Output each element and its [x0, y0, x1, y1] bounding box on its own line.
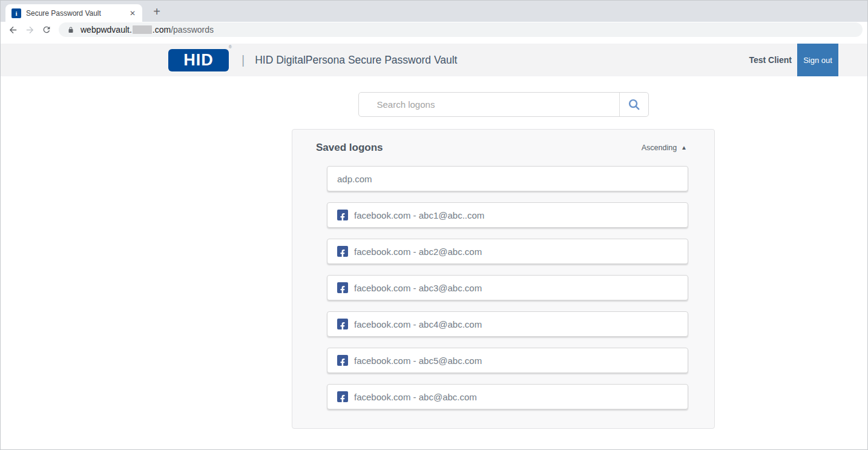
logon-label: facebook.com - abc4@abc.com	[354, 319, 482, 329]
page-title: HID DigitalPersona Secure Password Vault	[255, 54, 457, 67]
url-host-prefix: webpwdvault.	[81, 25, 132, 35]
header-separator: |	[242, 53, 245, 67]
logon-label: facebook.com - abc1@abc..com	[354, 210, 484, 220]
url-text: webpwdvault..com/passwords	[81, 25, 214, 35]
user-name: Test Client	[749, 55, 792, 65]
search-icon	[627, 98, 641, 111]
facebook-icon	[337, 246, 348, 257]
tab-title: Secure Password Vault	[26, 9, 124, 18]
back-button[interactable]	[4, 22, 21, 37]
url-path: /passwords	[171, 25, 214, 35]
sign-out-button[interactable]: Sign out	[797, 44, 838, 76]
logon-list-item[interactable]: facebook.com - abc@abc.com	[327, 384, 688, 409]
search-input[interactable]	[359, 93, 619, 116]
panel-title: Saved logons	[316, 142, 383, 154]
facebook-icon	[337, 391, 348, 402]
saved-logons-panel: Saved logons Ascending ▲ adp.com faceboo…	[292, 129, 715, 429]
logon-list-item[interactable]: facebook.com - abc4@abc.com	[327, 311, 688, 337]
tab-close-icon[interactable]: ✕	[128, 8, 137, 18]
logon-label: facebook.com - abc@abc.com	[354, 392, 477, 402]
url-host-suffix: .com	[153, 25, 171, 35]
forward-button[interactable]	[21, 22, 38, 37]
logon-list-item[interactable]: adp.com	[327, 166, 688, 191]
site-header: HID ® | HID DigitalPersona Secure Passwo…	[1, 44, 867, 76]
saved-logons-list: adp.com facebook.com - abc1@abc..com fac…	[292, 166, 714, 409]
browser-toolbar: webpwdvault..com/passwords	[1, 22, 867, 38]
logon-list-item[interactable]: facebook.com - abc1@abc..com	[327, 202, 688, 228]
tab-strip: i Secure Password Vault ✕ +	[1, 1, 867, 22]
vault-favicon-icon: i	[12, 8, 21, 18]
sort-control[interactable]: Ascending ▲	[642, 144, 687, 152]
facebook-icon	[337, 282, 348, 293]
new-tab-button[interactable]: +	[148, 3, 165, 20]
search-button[interactable]	[619, 93, 648, 116]
search-bar	[358, 92, 649, 117]
facebook-icon	[337, 210, 348, 220]
hid-logo-text: HID	[183, 51, 214, 70]
logon-label: adp.com	[337, 174, 372, 184]
address-bar[interactable]: webpwdvault..com/passwords	[59, 22, 863, 37]
logon-list-item[interactable]: facebook.com - abc2@abc.com	[327, 239, 688, 264]
sort-ascending-icon: ▲	[681, 145, 687, 151]
hid-logo: HID ®	[168, 49, 229, 71]
registered-mark: ®	[229, 45, 232, 49]
facebook-icon	[337, 355, 348, 366]
logon-label: facebook.com - abc2@abc.com	[354, 247, 482, 257]
header-right: Test Client Sign out	[749, 44, 867, 76]
panel-header: Saved logons Ascending ▲	[292, 130, 714, 166]
logon-label: facebook.com - abc5@abc.com	[354, 356, 482, 366]
sort-label: Ascending	[642, 144, 677, 152]
logon-label: facebook.com - abc3@abc.com	[354, 283, 482, 293]
lock-icon[interactable]	[67, 25, 74, 35]
main-content: Saved logons Ascending ▲ adp.com faceboo…	[292, 92, 715, 429]
redacted-host-segment	[133, 25, 152, 34]
logon-list-item[interactable]: facebook.com - abc5@abc.com	[327, 348, 688, 373]
back-icon	[8, 25, 18, 35]
browser-tab[interactable]: i Secure Password Vault ✕	[5, 4, 142, 22]
browser-window: i Secure Password Vault ✕ +	[0, 0, 868, 450]
reload-icon	[42, 25, 51, 35]
logon-list-item[interactable]: facebook.com - abc3@abc.com	[327, 275, 688, 300]
reload-button[interactable]	[38, 22, 55, 37]
forward-icon	[25, 25, 35, 35]
facebook-icon	[337, 319, 348, 329]
